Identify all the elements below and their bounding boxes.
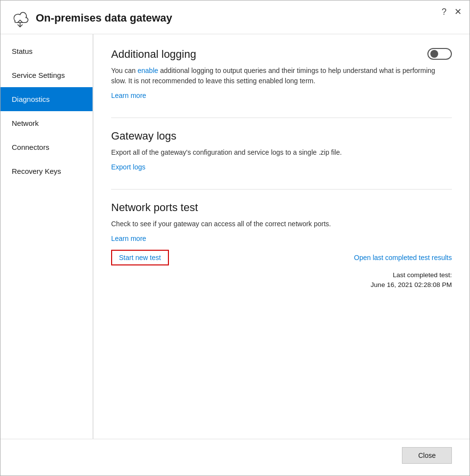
main-window: On-premises data gateway ? ✕ Status Serv… [0, 0, 470, 476]
network-ports-test-desc: Check to see if your gateway can access … [111, 219, 452, 229]
sidebar: Status Service Settings Diagnostics Netw… [0, 34, 94, 439]
network-ports-learn-more[interactable]: Learn more [111, 235, 146, 242]
divider-2 [111, 189, 452, 190]
last-test-date: June 16, 2021 02:28:08 PM [111, 280, 452, 290]
additional-logging-title: Additional logging [111, 48, 427, 61]
main-content: Additional logging You can enable additi… [94, 34, 470, 439]
last-test-info: Last completed test: June 16, 2021 02:28… [111, 270, 452, 290]
title-bar: On-premises data gateway ? ✕ [0, 0, 470, 34]
sidebar-item-connectors[interactable]: Connectors [0, 135, 93, 159]
help-button[interactable]: ? [442, 7, 446, 16]
gateway-logs-desc: Export all of the gateway's configuratio… [111, 147, 452, 158]
footer: Close [0, 439, 470, 476]
sidebar-item-diagnostics[interactable]: Diagnostics [0, 87, 93, 111]
content-area: Status Service Settings Diagnostics Netw… [0, 34, 470, 439]
sidebar-item-recovery-keys[interactable]: Recovery Keys [0, 159, 93, 183]
additional-logging-header: Additional logging [111, 48, 452, 66]
app-icon [10, 8, 30, 28]
additional-logging-desc: You can enable additional logging to out… [111, 66, 452, 86]
gateway-logs-title: Gateway logs [111, 130, 452, 143]
gateway-logs-section: Gateway logs Export all of the gateway's… [111, 130, 452, 171]
sidebar-item-network[interactable]: Network [0, 111, 93, 135]
network-ports-test-title: Network ports test [111, 201, 452, 214]
highlight-enable: enable [138, 67, 158, 74]
network-test-links-row: Start new test Open last completed test … [111, 250, 452, 265]
additional-logging-learn-more[interactable]: Learn more [111, 92, 146, 99]
start-new-test-link[interactable]: Start new test [111, 250, 169, 265]
sidebar-item-service-settings[interactable]: Service Settings [0, 63, 93, 87]
network-ports-test-section: Network ports test Check to see if your … [111, 201, 452, 290]
window-controls: ? ✕ [442, 7, 462, 16]
last-test-label: Last completed test: [111, 270, 452, 280]
additional-logging-title-container: Additional logging [111, 48, 427, 66]
close-button[interactable]: Close [402, 447, 452, 464]
export-logs-link[interactable]: Export logs [111, 163, 145, 171]
divider-1 [111, 118, 452, 118]
open-results-link[interactable]: Open last completed test results [354, 254, 452, 262]
app-title: On-premises data gateway [36, 12, 172, 24]
toggle-knob [430, 50, 438, 58]
additional-logging-toggle[interactable] [427, 48, 452, 60]
network-test-actions: Start new test Open last completed test … [111, 250, 452, 290]
additional-logging-section: Additional logging You can enable additi… [111, 48, 452, 100]
close-window-button[interactable]: ✕ [454, 7, 462, 16]
sidebar-item-status[interactable]: Status [0, 39, 93, 63]
